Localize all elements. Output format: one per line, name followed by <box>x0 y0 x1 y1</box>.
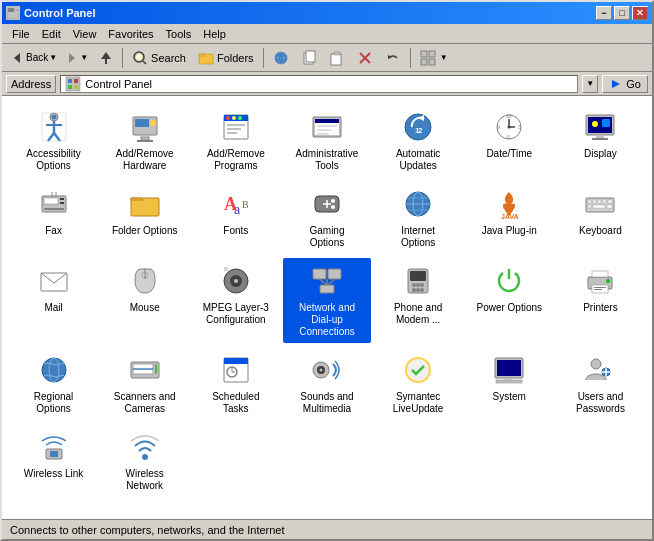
address-input-field[interactable]: Control Panel <box>60 75 578 93</box>
icon-item-network-dialup[interactable]: Network and Dial-up Connections <box>283 258 370 343</box>
icon-item-scheduled-tasks[interactable]: Scheduled Tasks <box>192 347 279 420</box>
icon-item-power-options[interactable]: Power Options <box>466 258 553 343</box>
svg-point-151 <box>591 359 601 369</box>
icon-img-regional-options <box>36 352 72 388</box>
icon-item-java-plugin[interactable]: JAVAJava Plug-in <box>466 181 553 254</box>
icon-item-keyboard[interactable]: Keyboard <box>557 181 644 254</box>
address-dropdown-button[interactable]: ▼ <box>582 75 598 93</box>
copy-icon <box>301 50 317 66</box>
forward-icon <box>67 50 79 66</box>
copy-button[interactable] <box>296 47 322 69</box>
svg-rect-15 <box>331 54 341 65</box>
up-button[interactable] <box>94 47 118 69</box>
icon-label-printers: Printers <box>583 302 617 314</box>
menu-bar: File Edit View Favorites Tools Help <box>2 24 652 44</box>
icon-item-system[interactable]: System <box>466 347 553 420</box>
icon-img-scheduled-tasks <box>218 352 254 388</box>
svg-rect-101 <box>608 200 612 203</box>
icon-label-network-dialup: Network and Dial-up Connections <box>292 302 362 338</box>
svg-line-116 <box>319 279 327 285</box>
icon-item-folder-options[interactable]: Folder Options <box>101 181 188 254</box>
title-bar: Control Panel − □ ✕ <box>2 2 652 24</box>
icon-item-printers[interactable]: Printers <box>557 258 644 343</box>
menu-favorites[interactable]: Favorites <box>102 26 159 42</box>
icon-item-mpeg-layer3[interactable]: MPEG Layer-3 Configuration <box>192 258 279 343</box>
svg-point-88 <box>331 199 335 203</box>
status-bar: Connects to other computers, networks, a… <box>2 519 652 539</box>
main-window: Control Panel − □ ✕ File Edit View Favor… <box>0 0 654 541</box>
go-button[interactable]: Go <box>602 75 648 93</box>
delete-button[interactable] <box>352 47 378 69</box>
maximize-button[interactable]: □ <box>614 6 630 20</box>
svg-rect-131 <box>594 289 602 290</box>
undo-button[interactable] <box>380 47 406 69</box>
menu-edit[interactable]: Edit <box>36 26 67 42</box>
icon-item-regional-options[interactable]: Regional Options <box>10 347 97 420</box>
title-bar-buttons: − □ ✕ <box>596 6 648 20</box>
svg-rect-28 <box>74 85 78 89</box>
menu-view[interactable]: View <box>67 26 103 42</box>
separator-2 <box>263 48 264 68</box>
icon-item-wireless-network[interactable]: Wireless Network <box>101 424 188 497</box>
icon-label-sounds-multimedia: Sounds and Multimedia <box>292 391 362 415</box>
icon-item-scanners-cameras[interactable]: Scanners and Cameras <box>101 347 188 420</box>
menu-tools[interactable]: Tools <box>160 26 198 42</box>
svg-text:9: 9 <box>497 124 500 130</box>
svg-point-129 <box>606 279 610 283</box>
globe-button[interactable] <box>268 47 294 69</box>
icon-item-sounds-multimedia[interactable]: Sounds and Multimedia <box>283 347 370 420</box>
icon-item-internet-options[interactable]: Internet Options <box>375 181 462 254</box>
icon-item-mouse[interactable]: Mouse <box>101 258 188 343</box>
svg-rect-81 <box>131 198 159 216</box>
address-label: Address <box>6 75 56 93</box>
icon-label-gaming-options: Gaming Options <box>292 225 362 249</box>
icon-item-users-passwords[interactable]: Users and Passwords <box>557 347 644 420</box>
icon-item-fonts[interactable]: AaBFonts <box>192 181 279 254</box>
icon-item-symantec[interactable]: Symantec LiveUpdate <box>375 347 462 420</box>
svg-point-125 <box>420 288 424 292</box>
icon-item-wireless-link[interactable]: Wireless Link <box>10 424 97 497</box>
svg-rect-119 <box>410 271 426 281</box>
svg-marker-29 <box>612 80 620 88</box>
paste-button[interactable] <box>324 47 350 69</box>
svg-rect-99 <box>598 200 601 203</box>
svg-point-63 <box>508 126 511 129</box>
icon-label-date-time: Date/Time <box>486 148 532 160</box>
folders-button[interactable]: Folders <box>193 47 259 69</box>
icon-label-phone-modem: Phone and Modem ... <box>383 302 453 326</box>
svg-text:12: 12 <box>506 113 512 119</box>
menu-help[interactable]: Help <box>197 26 232 42</box>
view-button[interactable]: ▼ <box>415 47 453 69</box>
forward-button[interactable]: ▼ <box>63 47 92 69</box>
icon-item-administrative-tools[interactable]: Administrative Tools <box>283 104 370 177</box>
icon-label-system: System <box>493 391 526 403</box>
svg-marker-4 <box>101 52 111 59</box>
icon-item-add-remove-hardware[interactable]: Add/Remove Hardware <box>101 104 188 177</box>
svg-rect-1 <box>8 8 14 12</box>
back-button[interactable]: Back ▼ <box>6 47 61 69</box>
separator-3 <box>410 48 411 68</box>
icon-img-scanners-cameras <box>127 352 163 388</box>
icon-item-add-remove-programs[interactable]: Add/Remove Programs <box>192 104 279 177</box>
icon-item-mail[interactable]: Mail <box>10 258 97 343</box>
icon-item-phone-modem[interactable]: Phone and Modem ... <box>375 258 462 343</box>
menu-file[interactable]: File <box>6 26 36 42</box>
icon-item-automatic-updates[interactable]: 12Automatic Updates <box>375 104 462 177</box>
search-button[interactable]: Search <box>127 47 191 69</box>
svg-line-34 <box>48 133 54 141</box>
icon-item-display[interactable]: Display <box>557 104 644 177</box>
minimize-button[interactable]: − <box>596 6 612 20</box>
close-button[interactable]: ✕ <box>632 6 648 20</box>
icon-item-date-time[interactable]: 12369Date/Time <box>466 104 553 177</box>
icon-img-phone-modem <box>400 263 436 299</box>
icon-label-wireless-network: Wireless Network <box>110 468 180 492</box>
svg-rect-26 <box>74 79 78 83</box>
icon-label-users-passwords: Users and Passwords <box>565 391 635 415</box>
icon-item-fax[interactable]: Fax <box>10 181 97 254</box>
icon-label-fax: Fax <box>45 225 62 237</box>
icon-img-users-passwords <box>582 352 618 388</box>
icon-item-gaming-options[interactable]: Gaming Options <box>283 181 370 254</box>
icon-item-accessibility[interactable]: Accessibility Options <box>10 104 97 177</box>
svg-point-123 <box>412 288 416 292</box>
svg-rect-72 <box>596 135 604 138</box>
